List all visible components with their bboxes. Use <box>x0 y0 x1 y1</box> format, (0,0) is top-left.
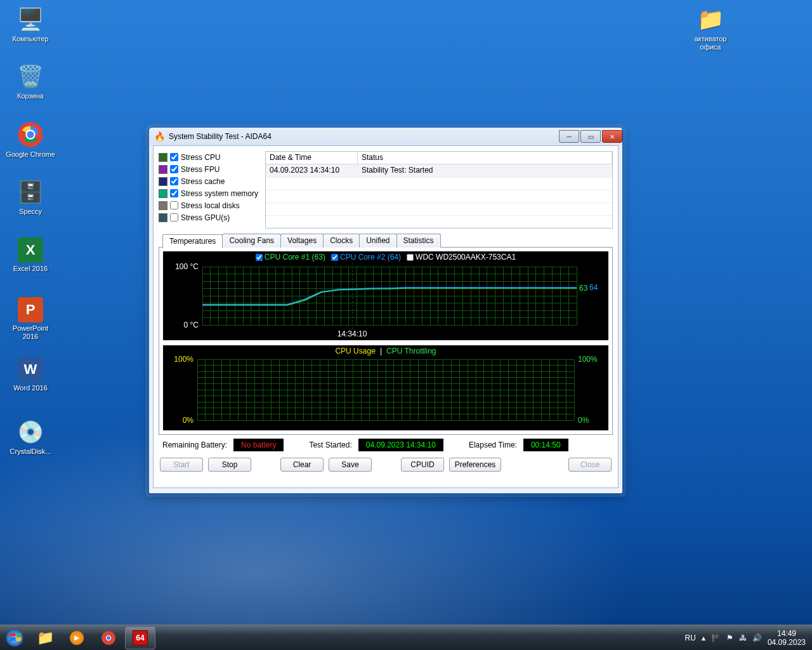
desktop-icon-word[interactable]: WWord 2016 <box>5 357 56 392</box>
stress-row-4: Stress local disks <box>159 199 260 211</box>
preferences-button[interactable]: Preferences <box>449 458 501 472</box>
start-button[interactable] <box>0 625 29 651</box>
tray-lang[interactable]: RU <box>685 633 696 642</box>
legend-core2-check[interactable] <box>331 254 338 261</box>
chrome-icon <box>16 121 44 149</box>
network-icon[interactable]: 🖧 <box>739 633 747 642</box>
svg-text:63: 63 <box>579 284 588 293</box>
tab-strip: TemperaturesCooling FansVoltagesClocksUn… <box>162 234 613 248</box>
computer-icon: 🖥️ <box>16 5 44 33</box>
stress-icon <box>159 177 167 186</box>
desktop-icon-chrome[interactable]: Google Chrome <box>5 121 56 159</box>
stress-check-1[interactable] <box>170 165 178 173</box>
button-row: Start Stop Clear Save CPUID Preferences … <box>159 451 613 472</box>
stress-row-1: Stress FPU <box>159 163 260 175</box>
office-activator-icon: 📁 <box>697 5 724 33</box>
tab-clocks[interactable]: Clocks <box>323 234 360 248</box>
stress-check-2[interactable] <box>170 177 178 185</box>
legend-core1-check[interactable] <box>256 254 263 261</box>
volume-icon[interactable]: 🔊 <box>752 633 762 642</box>
elapsed-value: 00:14:50 <box>523 439 568 451</box>
svg-text:0%: 0% <box>578 416 589 425</box>
flag-icon[interactable]: 🏴 <box>711 633 721 642</box>
tab-voltages[interactable]: Voltages <box>280 234 324 248</box>
desktop-icon-excel[interactable]: XExcel 2016 <box>5 237 56 273</box>
stress-label: Stress local disks <box>181 201 240 210</box>
usage-chart: CPU Usage | CPU Throttling 100%0%100%0% <box>163 345 608 430</box>
stress-options: Stress CPUStress FPUStress cacheStress s… <box>159 151 260 229</box>
svg-text:100 °C: 100 °C <box>175 262 199 271</box>
battery-value: No battery <box>233 439 284 451</box>
stress-label: Stress GPU(s) <box>181 213 230 222</box>
aida64-window: 🔥 System Stability Test - AIDA64 ─ ▭ ✕ S… <box>148 127 623 494</box>
taskbar-media-player[interactable]: ▶ <box>62 627 92 649</box>
recycle-bin-icon: 🗑️ <box>16 62 44 90</box>
cpuid-button[interactable]: CPUID <box>401 458 444 472</box>
svg-text:64: 64 <box>589 283 598 292</box>
svg-text:100%: 100% <box>174 355 193 364</box>
desktop-icon-office-activator[interactable]: 📁активатор офиса <box>685 5 736 51</box>
taskbar-explorer[interactable]: 📁 <box>30 627 60 649</box>
maximize-button[interactable]: ▭ <box>580 130 601 143</box>
stress-row-2: Stress cache <box>159 175 260 187</box>
taskbar: 📁▶64 RU ▴ 🏴 ⚑ 🖧 🔊 14:49 04.09.2023 <box>0 625 812 650</box>
minimize-button[interactable]: ─ <box>559 130 579 143</box>
stress-row-0: Stress CPU <box>159 151 260 163</box>
system-tray[interactable]: RU ▴ 🏴 ⚑ 🖧 🔊 14:49 04.09.2023 <box>679 625 812 650</box>
powerpoint-icon: P <box>18 297 43 322</box>
desktop-icon-recycle-bin[interactable]: 🗑️Корзина <box>5 62 56 100</box>
tab-cooling-fans[interactable]: Cooling Fans <box>222 234 281 248</box>
start-button[interactable]: Start <box>160 458 203 472</box>
word-icon: W <box>18 357 43 382</box>
test-started-value: 04.09.2023 14:34:10 <box>358 439 443 451</box>
svg-text:100%: 100% <box>578 355 598 364</box>
stress-icon <box>159 201 167 210</box>
desktop-icon-powerpoint[interactable]: PPowerPoint 2016 <box>5 297 56 341</box>
stress-check-0[interactable] <box>170 153 178 161</box>
stress-check-3[interactable] <box>170 189 178 197</box>
tray-up-icon[interactable]: ▴ <box>702 633 705 642</box>
stress-icon <box>159 189 167 198</box>
temperature-chart: CPU Core #1 (63) CPU Core #2 (64) WDC WD… <box>163 251 608 340</box>
close-button[interactable]: ✕ <box>602 130 622 143</box>
stress-row-3: Stress system memory <box>159 187 260 199</box>
col-datetime[interactable]: Date & Time <box>266 152 358 164</box>
speccy-icon: 🗄️ <box>16 178 44 206</box>
tab-statistics[interactable]: Statistics <box>396 234 441 248</box>
svg-text:0%: 0% <box>183 416 194 425</box>
stress-icon <box>159 213 167 222</box>
taskbar-chrome-task[interactable] <box>93 627 124 649</box>
info-row: Remaining Battery: No battery Test Start… <box>159 435 613 451</box>
svg-point-132 <box>107 636 110 640</box>
stop-button[interactable]: Stop <box>208 458 251 472</box>
desktop-icon-speccy[interactable]: 🗄️Speccy <box>5 178 56 216</box>
stress-check-4[interactable] <box>170 201 178 209</box>
temp-legend: CPU Core #1 (63) CPU Core #2 (64) WDC WD… <box>163 253 608 262</box>
taskbar-aida64-task[interactable]: 64 <box>125 627 155 649</box>
tab-temperatures[interactable]: Temperatures <box>162 234 223 248</box>
desktop-icon-computer[interactable]: 🖥️Компьютер <box>5 5 56 43</box>
close-dialog-button[interactable]: Close <box>568 458 612 472</box>
stress-check-5[interactable] <box>170 213 178 222</box>
stress-label: Stress cache <box>181 177 225 186</box>
stress-row-5: Stress GPU(s) <box>159 211 260 223</box>
window-title: System Stability Test - AIDA64 <box>169 132 272 141</box>
clear-button[interactable]: Clear <box>280 458 324 472</box>
excel-icon: X <box>18 237 43 263</box>
legend-hdd-check[interactable] <box>407 254 414 261</box>
table-row[interactable]: 04.09.2023 14:34:10 Stability Test: Star… <box>266 164 612 177</box>
action-center-icon[interactable]: ⚑ <box>726 633 733 642</box>
log-table[interactable]: Date & Time Status 04.09.2023 14:34:10 S… <box>265 151 613 229</box>
svg-text:14:34:10: 14:34:10 <box>337 329 367 338</box>
col-status[interactable]: Status <box>358 152 612 164</box>
svg-text:0 °C: 0 °C <box>184 321 199 329</box>
stress-icon <box>159 165 167 174</box>
desktop-icon-crystaldisk[interactable]: 💿CrystalDisk... <box>5 418 56 456</box>
titlebar[interactable]: 🔥 System Stability Test - AIDA64 ─ ▭ ✕ <box>149 128 622 145</box>
stress-icon <box>159 153 167 162</box>
clock[interactable]: 14:49 04.09.2023 <box>768 629 806 647</box>
tab-unified[interactable]: Unified <box>359 234 396 248</box>
stress-label: Stress CPU <box>181 153 221 162</box>
save-button[interactable]: Save <box>329 458 372 472</box>
stress-label: Stress FPU <box>181 165 219 174</box>
